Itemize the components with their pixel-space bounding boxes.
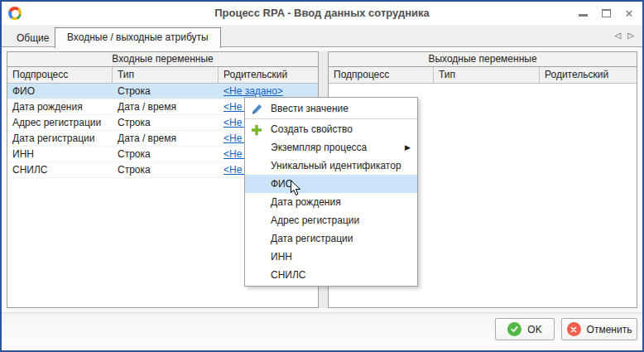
menu-item-enter-value[interactable]: Ввести значение: [245, 99, 417, 118]
tab-general[interactable]: Общие: [8, 31, 57, 46]
menu-separator: [245, 118, 417, 119]
mouse-cursor-icon: [290, 180, 301, 199]
context-menu: Ввести значение Создать свойство Экземпл…: [244, 97, 418, 287]
cell-type: Строка: [113, 85, 219, 97]
output-panel-title: Выходные переменные: [329, 52, 637, 67]
menu-item-label: Создать свойство: [271, 123, 353, 135]
ok-button[interactable]: OK: [495, 318, 555, 340]
menu-item-label: ИНН: [271, 251, 292, 263]
menu-item-label: Дата рождения: [271, 196, 341, 208]
cell-type: Дата / время: [113, 133, 219, 144]
minimize-icon: [579, 14, 588, 17]
x-circle-icon: [567, 322, 581, 336]
menu-item-create-property[interactable]: Создать свойство: [245, 120, 417, 138]
window-title: Процесс RPA - Ввод данных сотрудника: [2, 2, 642, 25]
output-table-header: Подпроцесс Тип Родительский: [329, 67, 637, 84]
menu-item-birth-date[interactable]: Дата рождения: [245, 193, 417, 211]
menu-item-label: Дата регистрации: [271, 233, 353, 244]
column-header-type[interactable]: Тип: [434, 67, 540, 83]
menu-item-label: СНИЛС: [271, 269, 306, 281]
minimize-button[interactable]: [578, 8, 588, 18]
cell-name: ФИО: [7, 85, 113, 97]
cell-type: Строка: [113, 164, 219, 176]
menu-item-registration-date[interactable]: Дата регистрации: [245, 229, 417, 248]
cell-name: ИНН: [7, 148, 113, 160]
cell-name: Адрес регистрации: [7, 117, 113, 128]
parent-link[interactable]: <Не задано>: [223, 85, 283, 97]
column-header-type[interactable]: Тип: [113, 67, 219, 83]
menu-item-unique-identifier[interactable]: Уникальный идентификатор: [245, 157, 417, 175]
menu-item-process-instance[interactable]: Экземпляр процесса ▶: [245, 138, 417, 157]
menu-item-inn[interactable]: ИНН: [245, 248, 417, 266]
tab-scroll-right-icon[interactable]: ▷: [627, 31, 634, 40]
cell-type: Строка: [113, 117, 219, 128]
cell-type: Строка: [113, 148, 219, 160]
column-header-subprocess[interactable]: Подпроцесс: [7, 67, 113, 83]
rpa-process-dialog: Процесс RPA - Ввод данных сотрудника ✕ О…: [0, 0, 644, 352]
submenu-arrow-icon: ▶: [405, 138, 411, 157]
ok-button-label: OK: [527, 324, 541, 335]
menu-item-label: Ввести значение: [271, 103, 348, 114]
cancel-button-label: Отменить: [587, 324, 632, 335]
column-header-parent[interactable]: Родительский: [219, 67, 318, 83]
pencil-icon: [251, 103, 262, 114]
column-header-subprocess[interactable]: Подпроцесс: [329, 67, 434, 83]
menu-item-label: Уникальный идентификатор: [271, 160, 401, 171]
cell-name: Дата рождения: [7, 101, 113, 113]
menu-item-snils[interactable]: СНИЛС: [245, 266, 417, 284]
menu-item-registration-address[interactable]: Адрес регистрации: [245, 211, 417, 229]
cell-name: СНИЛС: [7, 164, 113, 176]
check-circle-icon: [507, 322, 521, 336]
close-button[interactable]: ✕: [624, 8, 634, 18]
tab-nav: ◁ ▷: [615, 31, 634, 40]
input-table-header: Подпроцесс Тип Родительский: [7, 67, 318, 84]
maximize-button[interactable]: [601, 8, 611, 18]
cell-type: Дата / время: [113, 101, 219, 113]
cancel-button[interactable]: Отменить: [561, 318, 637, 340]
column-header-parent[interactable]: Родительский: [540, 67, 637, 83]
tab-strip: Общие Входные / выходные атрибуты ◁ ▷: [2, 25, 642, 47]
input-panel-title: Входные переменные: [7, 52, 318, 67]
menu-item-label: Экземпляр процесса: [271, 142, 367, 153]
tab-input-output-attributes[interactable]: Входные / выходные атрибуты: [55, 27, 221, 48]
tab-scroll-left-icon[interactable]: ◁: [615, 31, 622, 40]
window-controls: ✕: [578, 2, 634, 25]
maximize-icon: [602, 9, 611, 17]
plus-icon: [251, 123, 262, 135]
menu-item-label: Адрес регистрации: [271, 215, 359, 226]
cell-name: Дата регистрации: [7, 133, 113, 144]
title-bar: Процесс RPA - Ввод данных сотрудника ✕: [2, 2, 642, 25]
menu-item-fio[interactable]: ФИО: [245, 175, 417, 193]
footer-bar: OK Отменить: [2, 312, 642, 350]
